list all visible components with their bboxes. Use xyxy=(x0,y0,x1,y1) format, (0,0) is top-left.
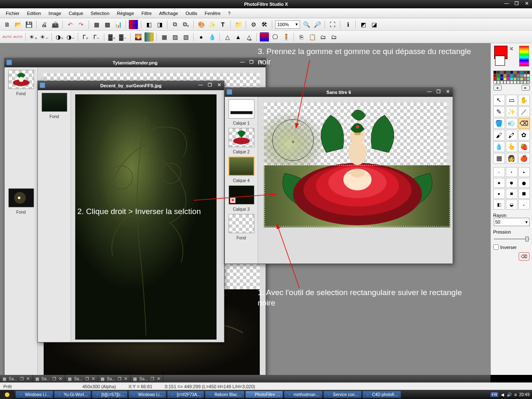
taskbar-item[interactable]: 🔹PhotoFiltre … xyxy=(245,391,283,398)
doc-c-close[interactable]: ✕ xyxy=(444,89,451,95)
palette-swatch[interactable] xyxy=(510,77,513,81)
palette-swatch[interactable] xyxy=(527,81,530,84)
app-close-button[interactable]: ✕ xyxy=(523,1,530,7)
palette-swatch[interactable] xyxy=(497,81,500,84)
spray-tool-icon[interactable]: 💨 xyxy=(506,118,517,129)
palette-swatch[interactable] xyxy=(523,71,527,74)
layer-thumb[interactable] xyxy=(229,99,254,118)
selection-tool-icon[interactable]: ▭ xyxy=(506,95,517,106)
zoom-in-icon[interactable]: 🔍 xyxy=(302,20,311,29)
layer-thumb[interactable] xyxy=(8,188,34,207)
palette-swatch[interactable] xyxy=(520,81,523,84)
palette-swatch[interactable] xyxy=(527,71,530,74)
brush-preset[interactable]: ■ xyxy=(506,189,517,199)
taskbar-item[interactable]: 🔹[c=#2F73A… xyxy=(167,391,204,398)
palette-swatch[interactable] xyxy=(513,77,517,81)
save-icon[interactable]: 💾 xyxy=(24,20,33,29)
saturation-minus-icon[interactable]: ▓₋ xyxy=(118,32,127,42)
paste-icon[interactable]: 📋 xyxy=(308,32,317,42)
doc-b-max[interactable]: ❐ xyxy=(207,82,213,88)
menu-edition[interactable]: Edition xyxy=(24,10,44,17)
brush-preset[interactable]: ● xyxy=(506,178,517,188)
pointer-tool-icon[interactable]: ↖ xyxy=(493,95,505,106)
palette-swatch[interactable] xyxy=(517,77,520,81)
shape-tool-icon[interactable]: ▦ xyxy=(493,153,505,164)
palette-next[interactable]: ▸ xyxy=(522,85,530,91)
palette-swatch[interactable] xyxy=(493,81,497,84)
color-palette[interactable] xyxy=(493,71,530,84)
fill-tool-icon[interactable]: 🪣 xyxy=(493,118,505,129)
tool-b-icon[interactable]: ◨ xyxy=(155,20,164,29)
palette-swatch[interactable] xyxy=(520,74,523,77)
stamp-tool-icon[interactable]: ✿ xyxy=(518,130,530,140)
brush-preset[interactable]: ■ xyxy=(518,189,530,199)
brush-preset[interactable]: ⬩ xyxy=(518,200,530,209)
brightness-minus-icon[interactable]: ☀₋ xyxy=(39,32,49,42)
palette-swatch[interactable] xyxy=(507,74,510,77)
palette-swatch[interactable] xyxy=(517,74,520,77)
taskbar-item[interactable]: 🔹C4D photofi… xyxy=(362,391,401,398)
copy-icon[interactable]: ⎘ xyxy=(297,32,306,42)
palette-swatch[interactable] xyxy=(497,77,500,81)
color-picker[interactable]: ⤭ xyxy=(493,45,530,70)
layer-thumb-selected[interactable] xyxy=(229,157,254,176)
menu-fenetre[interactable]: Fenêtre xyxy=(202,10,224,17)
grid2-icon[interactable]: ▨ xyxy=(170,32,180,42)
palette-swatch[interactable] xyxy=(497,71,500,74)
contrast-minus-icon[interactable]: ◑₋ xyxy=(66,32,75,42)
fullscreen-icon[interactable]: ⛶ xyxy=(328,20,337,29)
grid3-icon[interactable]: ▧ xyxy=(181,32,190,42)
layer-thumb[interactable] xyxy=(229,214,254,233)
menu-image[interactable]: Image xyxy=(45,10,65,17)
menu-filtre[interactable]: Filtre xyxy=(138,10,155,17)
blur-tool-icon[interactable]: 💧 xyxy=(493,141,505,152)
palette-swatch[interactable] xyxy=(520,77,523,81)
palette-swatch[interactable] xyxy=(503,74,507,77)
print-icon[interactable]: 🖨 xyxy=(39,20,49,29)
text-tool-icon[interactable]: T xyxy=(218,20,227,29)
colorize-icon[interactable] xyxy=(260,32,269,42)
inverser-checkbox[interactable] xyxy=(493,244,499,250)
rayon-input[interactable]: 50▾ xyxy=(494,218,530,226)
advanced-brush-icon[interactable]: 🖍 xyxy=(506,130,517,140)
palette-swatch[interactable] xyxy=(520,71,523,74)
doc-window-sans-titre[interactable]: Sans titre 6 — ❐ ✕ Calque 1 Calque 2 Cal… xyxy=(224,87,453,264)
eraser-action-button[interactable]: ⌫ xyxy=(519,252,530,261)
palette-swatch[interactable] xyxy=(517,81,520,84)
palette-swatch[interactable] xyxy=(503,77,507,81)
brush-preset[interactable]: ◒ xyxy=(506,200,517,209)
brightness-plus-icon[interactable]: ☀₊ xyxy=(29,32,38,42)
palette-swatch[interactable] xyxy=(497,74,500,77)
doc-tab[interactable]: ▦Sa...❐✕ xyxy=(98,375,131,382)
brush-tool-icon[interactable]: 🖌 xyxy=(493,130,505,140)
doc-title-b[interactable]: Decent_by_surGeonFFS.jpg — ❐ ✕ xyxy=(38,81,224,90)
palette-swatch[interactable] xyxy=(523,74,527,77)
doc-b-min[interactable]: — xyxy=(197,82,204,88)
palette-swatch[interactable] xyxy=(500,71,503,74)
saturation-plus-icon[interactable]: ▓₊ xyxy=(107,32,116,42)
layer-thumb[interactable] xyxy=(42,93,67,112)
doc-tab[interactable]: ▦Sa...❐✕ xyxy=(33,375,66,382)
palette-swatch[interactable] xyxy=(523,81,527,84)
doc-tab[interactable]: ▦Sa...❐✕ xyxy=(65,375,98,382)
taskbar-item[interactable]: 🔹Windows Li… xyxy=(128,391,166,398)
canvas-c-content[interactable]: + xyxy=(264,103,447,227)
menu-selection[interactable]: Sélection xyxy=(87,10,113,17)
clock[interactable]: 20:49 xyxy=(519,392,530,397)
taskbar-item[interactable]: 🔹Windows Li… xyxy=(15,391,53,398)
cascade-icon[interactable]: 🗂 xyxy=(318,32,328,42)
explore-icon[interactable]: 📁 xyxy=(234,20,243,29)
misc-icon-1[interactable]: ◩ xyxy=(359,20,368,29)
doc-tab[interactable]: ▦Sa...❐✕ xyxy=(131,375,163,382)
palette-swatch[interactable] xyxy=(500,81,503,84)
sharpen-icon[interactable]: △ xyxy=(223,32,232,42)
sharpen2-icon[interactable]: ▲ xyxy=(234,32,243,42)
clone-tool-icon[interactable]: 🍓 xyxy=(518,141,530,152)
palette-swatch[interactable] xyxy=(513,81,517,84)
screen-icon[interactable]: 🖵 xyxy=(271,32,280,42)
layer-thumb[interactable] xyxy=(8,70,34,89)
palette-swatch[interactable] xyxy=(510,74,513,77)
palette-prev[interactable]: ◂ xyxy=(493,85,502,91)
eyedropper-tool-icon[interactable]: ✎ xyxy=(493,106,505,117)
art-tool-icon[interactable]: 🍎 xyxy=(518,153,530,164)
